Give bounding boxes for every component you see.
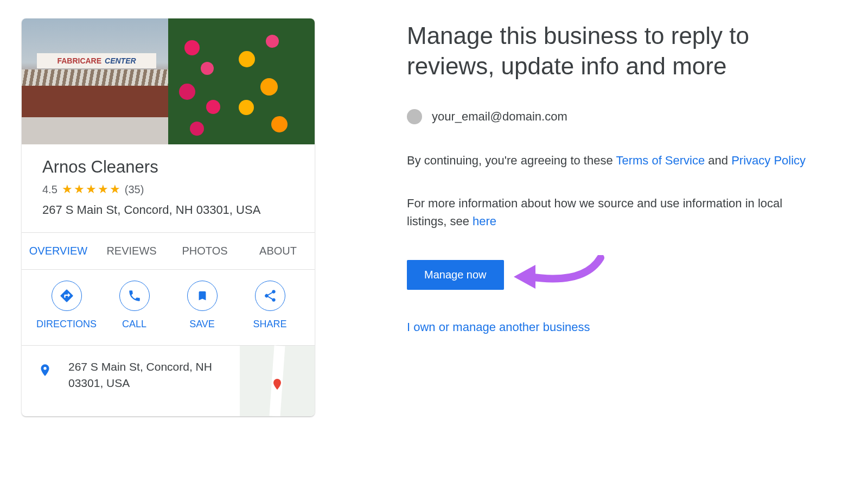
directions-icon	[52, 281, 82, 311]
sign-word-2: CENTER	[105, 56, 136, 65]
share-label: SHARE	[253, 319, 286, 330]
terms-prefix: By continuing, you're agreeing to these	[407, 154, 616, 167]
mini-map[interactable]	[240, 346, 315, 416]
tab-reviews[interactable]: REVIEWS	[95, 233, 168, 269]
review-count[interactable]: (35)	[125, 183, 144, 196]
button-row: Manage now	[407, 255, 825, 295]
save-label: SAVE	[189, 319, 215, 330]
and-text: and	[705, 154, 731, 167]
action-row: DIRECTIONS CALL SAVE SHARE	[22, 270, 315, 346]
info-text: For more information about how we source…	[407, 194, 825, 230]
arrow-annotation-icon	[508, 255, 606, 295]
tab-bar: OVERVIEW REVIEWS PHOTOS ABOUT	[22, 232, 315, 270]
save-button[interactable]: SAVE	[168, 281, 236, 330]
share-button[interactable]: SHARE	[236, 281, 304, 330]
own-another-link[interactable]: I own or manage another business	[407, 320, 590, 334]
star-icons: ★★★★★	[62, 182, 122, 196]
map-pin-icon	[271, 376, 284, 395]
call-label: CALL	[122, 319, 146, 330]
email-text: your_email@domain.com	[432, 110, 567, 124]
call-button[interactable]: CALL	[100, 281, 168, 330]
flowers-photo[interactable]	[168, 18, 315, 144]
ground	[22, 117, 168, 144]
address-block-text: 267 S Main St, Concord, NH 03301, USA	[68, 359, 215, 392]
tab-about[interactable]: ABOUT	[241, 233, 315, 269]
headline: Manage this business to reply to reviews…	[407, 21, 825, 82]
call-icon	[119, 281, 150, 311]
manage-column: Manage this business to reply to reviews…	[315, 18, 846, 471]
storefront-photo[interactable]: FABRICARE CENTER	[22, 18, 168, 144]
directions-label: DIRECTIONS	[36, 319, 97, 330]
manage-now-button[interactable]: Manage now	[407, 260, 504, 290]
tab-overview[interactable]: OVERVIEW	[22, 233, 95, 269]
location-pin-icon	[38, 361, 52, 382]
rating-value: 4.5	[42, 183, 58, 196]
directions-button[interactable]: DIRECTIONS	[33, 281, 100, 330]
avatar	[407, 109, 422, 124]
address-text: 267 S Main St, Concord, NH 03301, USA	[42, 203, 294, 217]
photo-row: FABRICARE CENTER	[22, 18, 315, 144]
sign-word-1: FABRICARE	[57, 56, 101, 65]
rating-row: 4.5 ★★★★★ (35)	[42, 182, 294, 196]
save-icon	[187, 281, 218, 311]
terms-of-service-link[interactable]: Terms of Service	[616, 154, 705, 167]
email-row: your_email@domain.com	[407, 109, 825, 124]
business-name: Arnos Cleaners	[42, 157, 294, 177]
here-link[interactable]: here	[473, 214, 496, 228]
awning	[22, 69, 168, 86]
business-card: FABRICARE CENTER Arnos Cle	[22, 18, 315, 416]
brick-wall	[22, 86, 168, 117]
terms-text: By continuing, you're agreeing to these …	[407, 151, 825, 169]
address-block[interactable]: 267 S Main St, Concord, NH 03301, USA	[22, 346, 315, 416]
tab-photos[interactable]: PHOTOS	[168, 233, 241, 269]
privacy-policy-link[interactable]: Privacy Policy	[731, 154, 806, 167]
share-icon	[255, 281, 285, 311]
business-card-column: FABRICARE CENTER Arnos Cle	[22, 18, 315, 471]
info-prefix: For more information about how we source…	[407, 196, 782, 228]
name-block: Arnos Cleaners 4.5 ★★★★★ (35) 267 S Main…	[22, 144, 315, 232]
storefront-sign: FABRICARE CENTER	[37, 53, 156, 68]
